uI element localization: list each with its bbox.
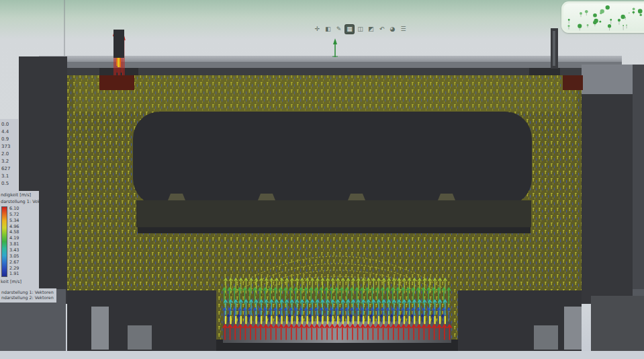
legend-upper-truncated: 0.04.40.93732.03.26273.10.5 xyxy=(0,119,18,193)
foot-block xyxy=(534,325,558,350)
inner-body xyxy=(133,112,532,233)
particle-preview-panel[interactable] xyxy=(561,1,644,33)
legend-value-fragment: 3.2 xyxy=(0,158,18,165)
legend-value-fragment: 627 xyxy=(0,165,18,173)
color-scale-bar xyxy=(1,206,7,277)
appearance-icon[interactable]: ◕ xyxy=(388,25,397,34)
origin-triad xyxy=(332,38,338,57)
legend-value-fragment: 0.9 xyxy=(0,136,18,143)
legend-velocity-scale: ndigkeit [m/s] darstellung 1: Vektoren 6… xyxy=(0,191,39,289)
top-plate xyxy=(39,56,622,78)
scale-tick-value: 5.34 xyxy=(9,218,19,223)
scale-tick-value: 4.58 xyxy=(9,230,19,235)
display-style-icon[interactable]: ◫ xyxy=(356,25,365,34)
hide-show-icon[interactable]: ◩ xyxy=(367,25,375,34)
scale-tick-value: 3.81 xyxy=(9,242,19,247)
scale-tick-value: 6.10 xyxy=(9,206,19,211)
legend-value-fragment: 2.0 xyxy=(0,151,18,158)
color-scale-values: 6.105.725.344.964.584.193.813.433.052.67… xyxy=(9,206,19,276)
scale-tick-value: 4.96 xyxy=(9,225,19,229)
foot-block xyxy=(128,325,152,350)
legend-plot-fragment: darstellung 1: Vektoren xyxy=(0,198,39,204)
heads-up-toolbar: ✛◧✎▦◫◩↶◕☰ xyxy=(313,25,408,34)
undo-view-icon[interactable]: ↶ xyxy=(377,25,386,34)
legend-plot-list: ndarstellung 1: Vektorenndarstellung 2: … xyxy=(0,288,56,303)
legend-value-fragment: 373 xyxy=(0,143,18,151)
foot-block xyxy=(564,307,582,350)
plot-list-entry: ndarstellung 2: Vektoren xyxy=(0,295,56,301)
scene-options-icon[interactable]: ☰ xyxy=(399,25,408,34)
measure-icon[interactable]: ✛ xyxy=(313,25,322,34)
model-section-view[interactable] xyxy=(0,0,644,359)
flow-simulation-viewport[interactable]: ✛◧✎▦◫◩↶◕☰ 0.04.40.93732.03.26273.10.5 nd… xyxy=(0,0,644,359)
scale-tick-value: 1.91 xyxy=(9,272,19,276)
plot-list-entry: ndarstellung 1: Vektoren xyxy=(0,290,56,295)
view-orientation-icon[interactable]: ▦ xyxy=(345,25,354,34)
legend-unit-fragment: keit [m/s] xyxy=(0,277,39,284)
legend-value-fragment: 3.1 xyxy=(0,173,18,180)
scale-tick-value: 2.29 xyxy=(9,266,19,271)
legend-value-fragment: 4.4 xyxy=(0,128,18,136)
legend-title-fragment: ndigkeit [m/s] xyxy=(0,191,39,198)
particle-dots xyxy=(563,3,644,31)
scale-tick-value: 5.72 xyxy=(9,212,19,217)
viewport-bottom-strip xyxy=(0,351,644,359)
section-view-icon[interactable]: ◧ xyxy=(324,25,332,34)
scale-tick-value: 2.67 xyxy=(9,260,19,265)
scale-tick-value: 3.43 xyxy=(9,248,19,253)
legend-value-fragment: 0.0 xyxy=(0,121,18,128)
foot-block xyxy=(91,307,109,350)
scale-tick-value: 3.05 xyxy=(9,254,19,259)
scale-tick-value: 4.19 xyxy=(9,236,19,241)
sketch-icon[interactable]: ✎ xyxy=(334,25,343,34)
legend-value-fragment: 0.5 xyxy=(0,180,18,188)
